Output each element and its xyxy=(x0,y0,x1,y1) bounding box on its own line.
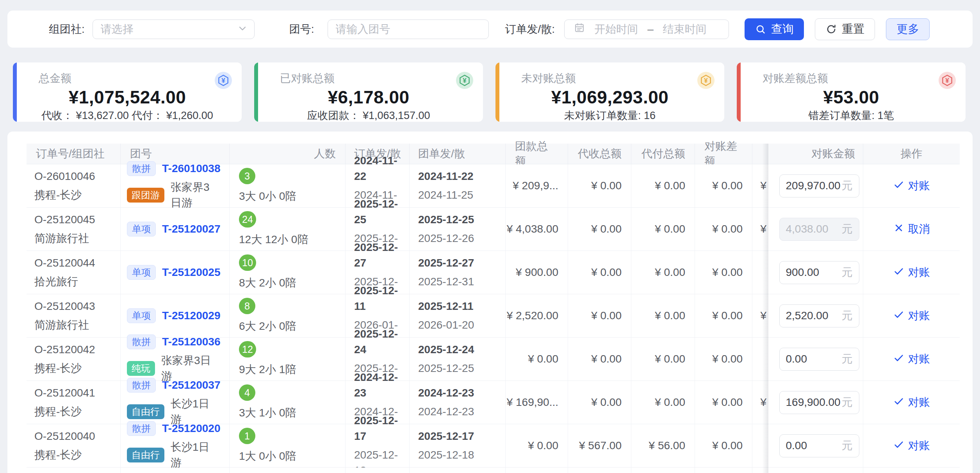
headcount-badge: 24 xyxy=(239,211,256,228)
reconcile-amount-input[interactable] xyxy=(786,353,842,365)
table-row: O-25120040 携程-长沙 散拼 T-25120020 自由行 长沙1日游… xyxy=(27,424,960,468)
group-no-label: 团号: xyxy=(289,22,314,37)
group-dates-cell: 2025-12-24 2025-12-25 xyxy=(410,338,506,381)
group-cell: 散拼 T-25120037 自由行 长沙1日游 xyxy=(121,381,230,424)
agency-label: 组团社: xyxy=(49,22,85,37)
total-amount: ¥ 2,520.00 xyxy=(506,294,568,337)
group-no-link[interactable]: T-25120025 xyxy=(162,265,220,280)
total-amount: ¥ 169,90... xyxy=(506,381,568,424)
group-start-date: 2025-12-24 xyxy=(418,342,501,357)
group-dates-cell: 2024-12-23 2024-12-23 xyxy=(410,381,506,424)
stat-title: 总金额 xyxy=(39,71,71,86)
reconcile-amount-input[interactable] xyxy=(786,180,842,192)
reconcile-amount-inputbox: 元 xyxy=(779,174,859,197)
group-start-date: 2025-12-27 xyxy=(418,255,501,271)
stat-subtitle: 代收： ¥13,627.00 代付： ¥1,260.00 xyxy=(13,108,242,122)
diff-amount: ¥ 0.00 xyxy=(695,208,752,251)
group-dates-cell xyxy=(410,468,506,473)
group-no-link[interactable]: T-25120037 xyxy=(162,377,220,393)
search-button[interactable]: 查询 xyxy=(745,18,804,40)
reconcile-amount-cell: 元 xyxy=(768,338,863,381)
fixed-cells: 元 取消 xyxy=(768,208,960,251)
total-amount: ¥ 0.00 xyxy=(506,424,568,467)
headcount-cell: 8 6大 2小 0陪 xyxy=(230,294,346,337)
row-action-label: 对账 xyxy=(908,178,930,193)
order-number: O-26010046 xyxy=(34,169,111,184)
group-no-link[interactable]: T-26010038 xyxy=(162,161,220,176)
group-no-input[interactable] xyxy=(328,20,489,39)
group-end-date: 2026-01-20 xyxy=(418,317,501,333)
group-end-date: 2025-12-18 xyxy=(418,447,501,463)
row-action-link[interactable]: 对账 xyxy=(893,308,930,323)
order-date-range-picker[interactable]: 开始时间 – 结束时间 xyxy=(564,20,729,39)
row-action-link[interactable]: 对账 xyxy=(893,265,930,280)
agency-name: 携程-长沙 xyxy=(34,361,111,376)
amount-unit: 元 xyxy=(842,438,853,453)
reconcile-amount-cell: 元 xyxy=(768,208,863,251)
reconcile-amount-input[interactable] xyxy=(786,439,842,452)
order-dates-cell xyxy=(346,468,410,473)
order-number: O-25120043 xyxy=(34,299,111,314)
clipped-amount-sliver: ¥ xyxy=(752,208,768,251)
table-row: O-25120042 携程-长沙 散拼 T-25120036 纯玩 张家界3日游… xyxy=(27,338,960,381)
row-action-link[interactable]: 对账 xyxy=(893,352,930,366)
reconcile-amount-input[interactable] xyxy=(786,396,842,409)
order-cell: O-25120043 简游旅行社 xyxy=(27,294,121,337)
headcount-cell xyxy=(230,468,346,473)
stat-subtitle: 未对账订单数量: 16 xyxy=(495,108,724,122)
order-cell: O-25120044 拾光旅行 xyxy=(27,251,121,294)
group-start-date: 2025-12-17 xyxy=(418,429,501,444)
row-action-label: 对账 xyxy=(908,265,930,280)
row-action-label: 对账 xyxy=(908,308,930,323)
check-icon xyxy=(893,179,904,193)
table-row: O-26010046 携程-长沙 散拼 T-26010038 跟团游 张家界3日… xyxy=(27,164,960,208)
order-number: O-25120045 xyxy=(34,212,111,228)
group-no-link[interactable]: T-25120029 xyxy=(162,308,220,324)
reconcile-amount-input[interactable] xyxy=(786,309,842,322)
agency-name: 拾光旅行 xyxy=(34,274,111,290)
row-action-label: 对账 xyxy=(908,438,930,453)
x-icon xyxy=(893,222,904,236)
reconcile-amount-input[interactable] xyxy=(786,266,842,279)
stat-subtitle: 应收团款： ¥1,063,157.00 xyxy=(254,108,483,122)
more-button[interactable]: 更多 xyxy=(886,18,930,40)
reconcile-amount-cell: 元 xyxy=(768,294,863,337)
agency-select[interactable]: 请选择 xyxy=(93,20,255,39)
collect-amount: ¥ 0.00 xyxy=(568,164,631,207)
reconcile-amount-input[interactable] xyxy=(786,223,842,235)
order-number: O-25120040 xyxy=(34,429,111,444)
svg-text:¥: ¥ xyxy=(945,77,949,84)
group-no-link[interactable]: T-25120027 xyxy=(162,221,220,237)
product-type-tag: 自由行 xyxy=(127,448,164,462)
headcount-detail: 6大 2小 0陪 xyxy=(239,318,336,334)
row-action-link[interactable]: 取消 xyxy=(893,222,930,236)
table-row: O-25120045 简游旅行社 单项 T-25120027 24 12大 12… xyxy=(27,208,960,251)
row-action-link[interactable]: 对账 xyxy=(893,178,930,193)
product-name: 长沙1日游 xyxy=(171,439,220,471)
headcount-cell: 4 3大 1小 0陪 xyxy=(230,381,346,424)
clipped-amount-sliver xyxy=(752,338,768,381)
order-cell: O-25120041 携程-长沙 xyxy=(27,381,121,424)
order-cell xyxy=(27,468,121,473)
group-cell: 单项 T-25120029 xyxy=(121,294,230,337)
table-body: O-26010046 携程-长沙 散拼 T-26010038 跟团游 张家界3日… xyxy=(27,164,960,473)
collect-amount xyxy=(568,468,631,473)
row-action-link[interactable]: 对账 xyxy=(893,438,930,453)
group-no-link[interactable]: T-25120020 xyxy=(162,421,220,436)
pay-amount: ¥ 0.00 xyxy=(631,294,695,337)
row-action-link[interactable]: 对账 xyxy=(893,395,930,410)
fixed-cells: 元 对账 xyxy=(768,381,960,424)
product-type-tag: 跟团游 xyxy=(127,188,164,203)
stat-amount: ¥53.00 xyxy=(737,87,966,108)
col-header-diff: 对账差额 xyxy=(695,144,752,164)
group-mode-tag: 散拼 xyxy=(127,378,156,393)
collect-amount: ¥ 0.00 xyxy=(568,381,631,424)
diff-amount: ¥ 0.00 xyxy=(695,294,752,337)
order-start-date: 2025-12-27 xyxy=(354,240,405,271)
group-no-link[interactable]: T-25120036 xyxy=(162,334,220,350)
reset-button[interactable]: 重置 xyxy=(815,18,875,40)
order-start-date: 2025-12-17 xyxy=(354,413,405,444)
group-start-date: 2025-12-25 xyxy=(418,212,501,228)
actions-cell: 对账 xyxy=(863,251,960,294)
refresh-icon xyxy=(825,23,837,35)
